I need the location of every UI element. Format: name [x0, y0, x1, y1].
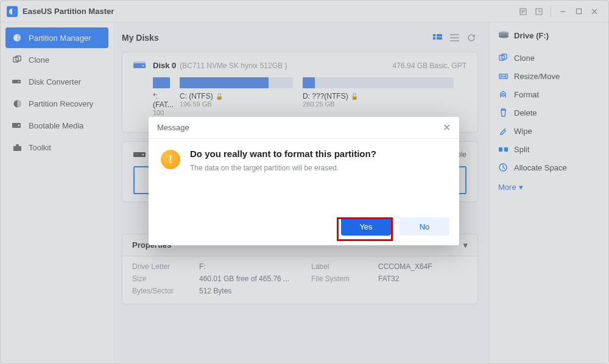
recover-icon — [12, 98, 23, 109]
drive-icon — [498, 31, 509, 40]
op-resize[interactable]: Resize/Move — [498, 67, 600, 85]
boot-icon — [12, 120, 23, 131]
op-format[interactable]: Format — [498, 85, 600, 103]
lock-icon: 🔓 — [216, 93, 223, 100]
no-button[interactable]: No — [400, 217, 449, 236]
sidebar-item-label: Toolkit — [29, 143, 51, 152]
disk-name: Disk 0 — [153, 61, 176, 70]
disk-model: (BC711 NVMe SK hynix 512GB ) — [180, 61, 287, 70]
svg-rect-3 — [576, 9, 581, 14]
op-delete[interactable]: Delete — [498, 103, 600, 122]
svg-point-25 — [499, 35, 509, 38]
pie-icon — [12, 32, 23, 43]
sidebar-item-bootable-media[interactable]: Bootable Media — [5, 115, 108, 136]
app-logo — [7, 6, 18, 17]
warning-icon: ! — [161, 150, 180, 169]
maximize-button[interactable] — [571, 4, 586, 19]
close-icon[interactable]: ✕ — [443, 122, 451, 133]
svg-rect-15 — [437, 34, 442, 37]
split-icon — [498, 144, 508, 154]
tasks-icon[interactable] — [515, 4, 531, 19]
page-title: My Disks — [122, 33, 159, 43]
partition-label: *: (FAT... — [153, 92, 170, 109]
svg-rect-30 — [499, 147, 502, 152]
undo-icon[interactable] — [531, 4, 547, 19]
delete-icon — [498, 108, 508, 117]
sidebar-item-partition-recovery[interactable]: Partition Recovery — [5, 93, 108, 114]
selected-drive-header: Drive (F:) — [498, 31, 600, 40]
view-list-icon[interactable] — [448, 31, 461, 44]
sidebar-item-label: Clone — [29, 55, 49, 65]
format-icon — [498, 89, 508, 99]
svg-point-22 — [143, 154, 144, 155]
sidebar: Partition Manager Clone Disk Converter P… — [1, 23, 113, 363]
sidebar-item-label: Partition Manager — [29, 33, 91, 43]
disk-convert-icon — [12, 76, 23, 87]
op-clone[interactable]: Clone — [498, 49, 600, 67]
svg-point-29 — [502, 94, 504, 96]
drive-icon — [133, 150, 147, 159]
sidebar-item-label: Partition Recovery — [29, 99, 93, 108]
sidebar-item-label: Bootable Media — [29, 121, 83, 130]
partition-label: C: (NTFS) — [180, 92, 213, 100]
sidebar-item-toolkit[interactable]: Toolkit — [5, 137, 108, 158]
chevron-down-icon: ▾ — [463, 240, 468, 250]
confirm-dialog: Message ✕ ! Do you really want to format… — [149, 117, 459, 245]
op-split[interactable]: Split — [498, 140, 600, 158]
op-allocate[interactable]: Allocate Space — [498, 158, 600, 177]
view-grid-icon[interactable] — [431, 31, 444, 44]
more-link[interactable]: More▾ — [498, 183, 600, 192]
sidebar-item-partition-manager[interactable]: Partition Manager — [5, 27, 108, 48]
disk-meta: 476.94 GB Basic, GPT — [393, 61, 466, 70]
svg-rect-16 — [433, 37, 435, 40]
clone-icon — [498, 53, 508, 63]
svg-point-11 — [18, 125, 19, 126]
svg-point-19 — [143, 65, 144, 66]
sidebar-item-disk-converter[interactable]: Disk Converter — [5, 71, 108, 92]
lock-icon: 🔓 — [351, 93, 358, 100]
dialog-heading: Do you really want to format this partit… — [190, 149, 376, 159]
dialog-message: The data on the target partition will be… — [190, 164, 376, 172]
allocate-icon — [498, 163, 508, 172]
svg-rect-17 — [437, 37, 442, 40]
properties-body: Drive LetterF:LabelCCCOMA_X64F Size460.0… — [122, 256, 478, 304]
partition-size: 196.59 GB — [180, 100, 293, 108]
svg-rect-14 — [433, 34, 435, 37]
toolkit-icon — [12, 142, 23, 153]
partition-size: 280.25 GB — [303, 100, 454, 108]
sidebar-item-clone[interactable]: Clone — [5, 49, 108, 70]
resize-icon — [498, 71, 508, 81]
sidebar-item-label: Disk Converter — [29, 77, 81, 86]
svg-rect-20 — [133, 61, 146, 63]
dialog-title: Message — [157, 123, 189, 132]
svg-point-8 — [18, 81, 19, 82]
yes-button[interactable]: Yes — [341, 217, 391, 236]
op-wipe[interactable]: Wipe — [498, 122, 600, 140]
close-button[interactable] — [586, 4, 602, 19]
minimize-button[interactable] — [555, 4, 571, 19]
clone-icon — [12, 54, 23, 65]
operations-panel: Drive (F:) Clone Resize/Move Format Dele… — [489, 23, 608, 363]
svg-rect-12 — [13, 146, 21, 151]
partition-label: D: ???(NTFS) — [303, 92, 348, 100]
app-title: EaseUS Partition Master — [23, 7, 114, 16]
refresh-icon[interactable] — [465, 31, 478, 44]
chevron-down-icon: ▾ — [519, 183, 523, 192]
svg-rect-13 — [16, 144, 19, 146]
svg-rect-31 — [504, 147, 508, 152]
wipe-icon — [498, 126, 508, 136]
drive-icon — [133, 61, 147, 70]
